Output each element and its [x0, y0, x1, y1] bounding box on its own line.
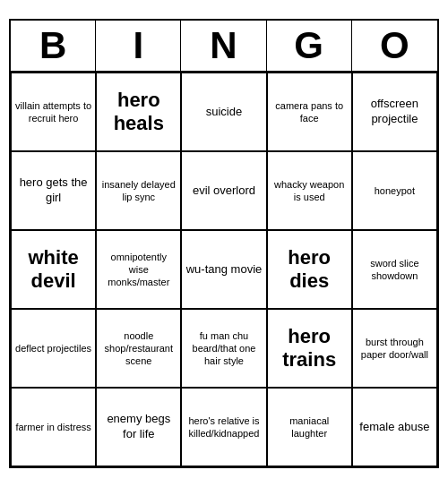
- bingo-cell: honeypot: [352, 151, 437, 230]
- bingo-cell: burst through paper door/wall: [352, 309, 437, 388]
- bingo-cell: camera pans to face: [267, 73, 352, 151]
- bingo-cell: hero trains: [267, 309, 352, 388]
- cell-text: white devil: [15, 246, 91, 294]
- header-letter: G: [267, 21, 352, 71]
- bingo-cell: omnipotently wise monks/master: [96, 230, 181, 309]
- bingo-header: BINGO: [11, 21, 437, 73]
- bingo-cell: offscreen projectile: [352, 73, 437, 151]
- cell-text: wu-tang movie: [186, 262, 263, 278]
- cell-text: female abuse: [359, 420, 429, 435]
- cell-text: honeypot: [375, 184, 415, 197]
- bingo-cell: evil overlord: [181, 151, 266, 230]
- cell-text: enemy begs for life: [100, 412, 177, 442]
- cell-text: hero heals: [100, 89, 177, 136]
- bingo-cell: noodle shop/restaurant scene: [96, 309, 181, 388]
- bingo-cell: insanely delayed lip sync: [96, 151, 181, 230]
- bingo-grid: villain attempts to recruit herohero hea…: [11, 73, 437, 466]
- cell-text: farmer in distress: [15, 421, 90, 433]
- bingo-cell: maniacal laughter: [267, 388, 352, 466]
- cell-text: whacky weapon is used: [271, 178, 348, 204]
- cell-text: evil overlord: [193, 184, 255, 199]
- bingo-cell: hero's relative is killed/kidnapped: [181, 388, 266, 466]
- bingo-card: BINGO villain attempts to recruit herohe…: [9, 19, 439, 468]
- header-letter: B: [11, 21, 96, 71]
- bingo-cell: fu man chu beard/that one hair style: [181, 309, 266, 388]
- cell-text: maniacal laughter: [271, 414, 348, 440]
- cell-text: burst through paper door/wall: [357, 336, 433, 362]
- bingo-cell: hero dies: [267, 230, 352, 309]
- header-letter: O: [352, 21, 437, 71]
- cell-text: hero gets the girl: [15, 175, 91, 206]
- bingo-cell: wu-tang movie: [181, 230, 266, 309]
- cell-text: noodle shop/restaurant scene: [100, 329, 177, 368]
- bingo-cell: suicide: [181, 73, 266, 151]
- cell-text: hero trains: [271, 325, 348, 372]
- bingo-cell: farmer in distress: [11, 388, 96, 466]
- bingo-cell: hero heals: [96, 73, 181, 151]
- cell-text: insanely delayed lip sync: [100, 178, 177, 204]
- cell-text: fu man chu beard/that one hair style: [185, 329, 262, 368]
- header-letter: N: [181, 21, 266, 71]
- bingo-cell: sword slice showdown: [352, 230, 437, 309]
- header-letter: I: [96, 21, 181, 71]
- bingo-cell: deflect projectiles: [11, 309, 96, 388]
- cell-text: omnipotently wise monks/master: [100, 251, 177, 289]
- bingo-cell: whacky weapon is used: [267, 151, 352, 230]
- cell-text: villain attempts to recruit hero: [15, 99, 91, 125]
- bingo-cell: female abuse: [352, 388, 437, 466]
- cell-text: sword slice showdown: [357, 257, 433, 283]
- cell-text: offscreen projectile: [357, 97, 433, 127]
- cell-text: deflect projectiles: [15, 342, 91, 355]
- bingo-cell: enemy begs for life: [96, 388, 181, 466]
- bingo-cell: villain attempts to recruit hero: [11, 73, 96, 151]
- cell-text: hero's relative is killed/kidnapped: [185, 414, 262, 440]
- cell-text: suicide: [206, 105, 242, 120]
- cell-text: hero dies: [271, 246, 348, 294]
- cell-text: camera pans to face: [271, 99, 348, 125]
- bingo-cell: white devil: [11, 230, 96, 309]
- bingo-cell: hero gets the girl: [11, 151, 96, 230]
